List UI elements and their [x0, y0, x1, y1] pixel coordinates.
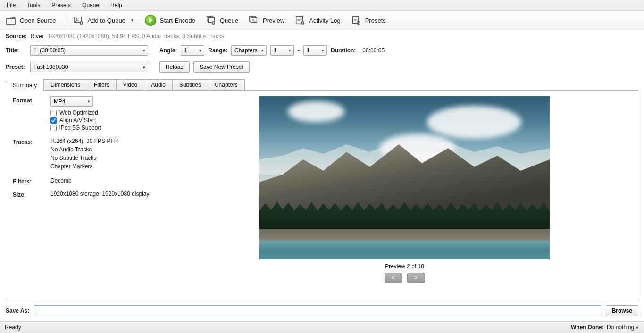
- preview-info: Preview 2 of 10: [385, 263, 424, 270]
- preset-label: Preset:: [6, 64, 26, 70]
- save-as-label: Save As:: [6, 308, 29, 314]
- stack-icon: [206, 15, 216, 25]
- image-plus-icon: [74, 15, 84, 25]
- svg-point-2: [76, 18, 77, 20]
- menu-presets[interactable]: Presets: [47, 1, 75, 9]
- source-label: Source:: [6, 33, 27, 40]
- source-name: River: [31, 33, 44, 40]
- reload-button[interactable]: Reload: [159, 61, 190, 73]
- filters-label: Filters:: [13, 177, 50, 185]
- filters-value: Decomb: [50, 177, 164, 184]
- source-details: 1920x1080 (1920x1080), 59,94 FPS, 0 Audi…: [48, 33, 224, 40]
- menu-tools[interactable]: Tools: [22, 1, 45, 9]
- tabs: Summary Dimensions Filters Video Audio S…: [6, 79, 638, 90]
- ipod-checkbox[interactable]: iPod 5G Support: [50, 125, 164, 131]
- size-label: Size:: [13, 191, 50, 198]
- start-encode-label: Start Encode: [160, 17, 195, 24]
- align-av-checkbox[interactable]: Align A/V Start: [50, 117, 164, 124]
- clapper-icon: [6, 15, 16, 25]
- presets-label: Presets: [365, 17, 386, 24]
- preview-icon: [249, 15, 259, 25]
- angle-select[interactable]: [181, 45, 204, 56]
- range-dash: -: [298, 47, 300, 54]
- svg-rect-0: [7, 18, 15, 24]
- log-icon: [295, 15, 305, 25]
- tab-filters[interactable]: Filters: [87, 79, 117, 90]
- status-text: Ready: [5, 324, 21, 331]
- statusbar: Ready When Done: Do nothing▼: [0, 321, 644, 333]
- range-label: Range:: [208, 47, 227, 54]
- preview-prev-button[interactable]: <: [385, 273, 402, 283]
- play-icon: [145, 15, 156, 26]
- preset-select[interactable]: [30, 62, 148, 72]
- duration-value: 00:00:05: [362, 47, 385, 54]
- tab-audio[interactable]: Audio: [144, 79, 173, 90]
- open-source-button[interactable]: Open Source: [3, 13, 59, 27]
- queue-button[interactable]: Queue: [203, 13, 241, 27]
- queue-label: Queue: [220, 17, 238, 24]
- preview-next-button[interactable]: >: [407, 273, 425, 283]
- svg-point-9: [252, 19, 253, 20]
- tracks-line-1: No Audio Tracks: [50, 146, 164, 153]
- title-select[interactable]: [30, 45, 148, 56]
- browse-button[interactable]: Browse: [606, 305, 638, 316]
- format-select[interactable]: [50, 96, 93, 107]
- web-optimized-checkbox[interactable]: Web Optimized: [50, 109, 164, 116]
- save-row: Save As: Browse: [0, 300, 644, 321]
- presets-icon: [351, 15, 361, 25]
- tab-dimensions[interactable]: Dimensions: [43, 79, 87, 90]
- tracks-label: Tracks:: [13, 138, 50, 145]
- summary-form: Format: Web Optimized Align A/V Start iP…: [13, 96, 164, 294]
- tracks-line-2: No Subtitle Tracks: [50, 155, 164, 161]
- range-type-select[interactable]: [231, 45, 267, 56]
- source-row: Source: River 1920x1080 (1920x1080), 59,…: [0, 30, 644, 42]
- title-row: Title: Angle: Range: - Duration: 00:00:0…: [0, 42, 644, 58]
- svg-rect-12: [352, 17, 358, 24]
- range-to-select[interactable]: [303, 45, 327, 56]
- presets-button[interactable]: Presets: [348, 13, 389, 27]
- format-label: Format:: [13, 96, 50, 104]
- angle-label: Angle:: [159, 47, 177, 54]
- tracks-line-3: Chapter Markers: [50, 163, 164, 170]
- activity-log-label: Activity Log: [309, 17, 340, 24]
- tracks-line-0: H.264 (x264), 30 FPS PFR: [50, 138, 164, 144]
- when-done-label: When Done:: [571, 324, 604, 331]
- chevron-down-icon: ▼: [130, 18, 134, 23]
- separator: [65, 13, 65, 27]
- activity-log-button[interactable]: Activity Log: [292, 13, 343, 27]
- size-value: 1920x1080 storage, 1920x1080 display: [50, 191, 164, 197]
- range-from-select[interactable]: [270, 45, 294, 56]
- summary-panel: Format: Web Optimized Align A/V Start iP…: [6, 90, 638, 300]
- menu-file[interactable]: File: [2, 1, 20, 9]
- toolbar: Open Source Add to Queue ▼ Start Encode …: [0, 11, 644, 30]
- menu-help[interactable]: Help: [106, 1, 127, 9]
- duration-label: Duration:: [331, 47, 356, 54]
- preview-label: Preview: [263, 17, 284, 24]
- tab-summary[interactable]: Summary: [6, 80, 44, 91]
- open-source-label: Open Source: [20, 17, 56, 24]
- menu-queue[interactable]: Queue: [77, 1, 104, 9]
- title-label: Title:: [6, 47, 26, 54]
- preview-button[interactable]: Preview: [246, 13, 287, 27]
- save-as-input[interactable]: [34, 305, 601, 316]
- svg-rect-8: [251, 18, 257, 23]
- add-to-queue-button[interactable]: Add to Queue ▼: [71, 13, 137, 27]
- tab-video[interactable]: Video: [116, 79, 144, 90]
- menubar: File Tools Presets Queue Help: [0, 0, 644, 11]
- preview-image: [259, 96, 550, 259]
- start-encode-button[interactable]: Start Encode: [142, 13, 198, 28]
- when-done-select[interactable]: Do nothing▼: [607, 324, 639, 331]
- preset-row: Preset: ▸ Reload Save New Preset: [0, 58, 644, 75]
- save-new-preset-button[interactable]: Save New Preset: [193, 61, 250, 73]
- preview-column: Preview 2 of 10 < >: [178, 96, 631, 294]
- add-to-queue-label: Add to Queue: [88, 17, 125, 24]
- tab-chapters[interactable]: Chapters: [208, 79, 245, 90]
- tab-subtitles[interactable]: Subtitles: [172, 79, 208, 90]
